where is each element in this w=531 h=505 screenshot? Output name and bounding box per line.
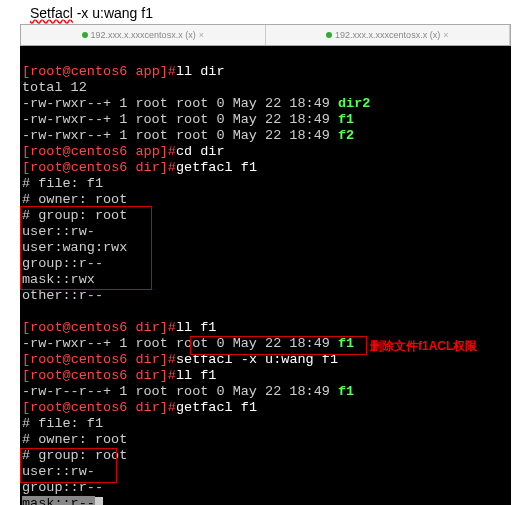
filename: f1 [338,112,354,127]
command: setfacl -x u:wang f1 [176,352,338,367]
output-line: group::r-- [22,480,103,495]
command: cd dir [176,144,225,159]
command: getfacl f1 [176,400,257,415]
terminal[interactable]: [root@centos6 app]#ll dir total 12 -rw-r… [20,46,511,505]
output-line: mask::r-- [22,496,95,505]
command: ll f1 [176,368,217,383]
output-line: user:wang:rwx [22,240,127,255]
tab-label: 192.xxx.x.xxxcentosx.x (x) [335,30,440,40]
output-line: other::r-- [22,288,103,303]
output-line: -rw-rwxr--+ 1 root root 0 May 22 18:49 [22,96,338,111]
header-text-underlined: Setfacl [30,5,73,21]
output-line: # file: f1 [22,416,103,431]
status-dot-icon [82,32,88,38]
header-command: Setfacl -x u:wang f1 [0,0,531,24]
output-line: # owner: root [22,192,127,207]
prompt-user: root [30,64,62,79]
filename: f1 [338,336,354,351]
tabs-bar: 192.xxx.x.xxxcentosx.x (x) × 192.xxx.x.x… [20,24,511,46]
output-line: user::rw- [22,464,95,479]
prompt-open: [ [22,64,30,79]
filename: f2 [338,128,354,143]
header-text-rest: -x u:wang f1 [73,5,153,21]
output-line: # file: f1 [22,176,103,191]
prompt-path: app [127,64,159,79]
output-line: total 12 [22,80,87,95]
command: ll f1 [176,320,217,335]
annotation-text: 删除文件f1ACL权限 [370,338,477,354]
output-line: mask::rwx [22,272,95,287]
output-line: # group: root [22,208,127,223]
close-icon[interactable]: × [199,30,204,40]
prompt-at: @ [63,64,71,79]
prompt-hash: # [168,64,176,79]
output-line: user::rw- [22,224,95,239]
tab-right[interactable]: 192.xxx.x.xxxcentosx.x (x) × [266,25,511,45]
output-line: # owner: root [22,432,127,447]
output-line: -rw-rwxr--+ 1 root root 0 May 22 18:49 [22,112,338,127]
command: ll dir [176,64,225,79]
filename: f1 [338,384,354,399]
command: getfacl f1 [176,160,257,175]
tab-left[interactable]: 192.xxx.x.xxxcentosx.x (x) × [21,25,266,45]
tab-label: 192.xxx.x.xxxcentosx.x (x) [91,30,196,40]
output-line: -rw-rwxr--+ 1 root root 0 May 22 18:49 [22,336,338,351]
output-line: -rw-rwxr--+ 1 root root 0 May 22 18:49 [22,128,338,143]
output-line: # group: root [22,448,127,463]
output-line: group::r-- [22,256,103,271]
prompt-close: ] [160,64,168,79]
output-line: -rw-r--r--+ 1 root root 0 May 22 18:49 [22,384,338,399]
prompt-host: centos6 [71,64,128,79]
close-icon[interactable]: × [443,30,448,40]
filename: dir2 [338,96,370,111]
terminal-cursor [95,497,103,505]
status-dot-icon [326,32,332,38]
